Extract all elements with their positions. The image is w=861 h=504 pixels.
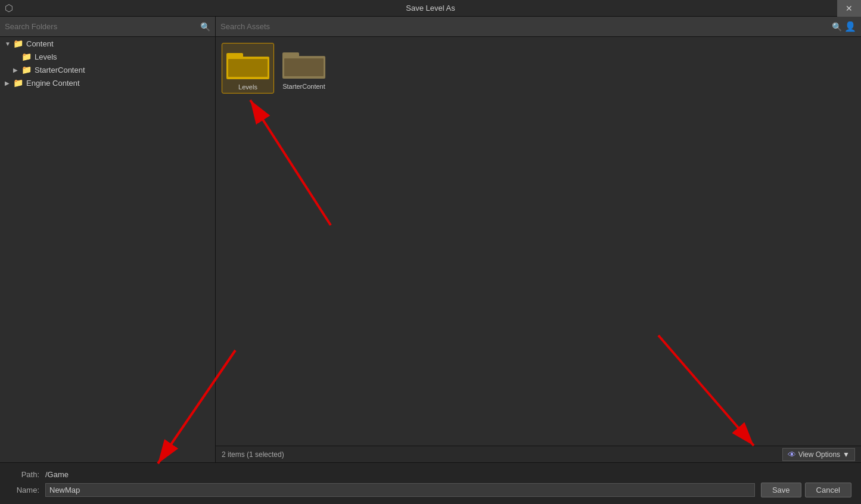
sidebar-label-levels: Levels — [35, 52, 57, 61]
asset-item-levels[interactable]: Levels — [222, 43, 274, 94]
app-logo: ⬡ — [5, 2, 13, 14]
chevron-down-icon: ▼ — [843, 450, 850, 459]
sidebar-item-startercontent[interactable]: ▶ 📁 StarterContent — [8, 63, 215, 76]
main-area: 🔍 🔍 👤 ▼ 📁 Content 📁 Levels ▶ — [0, 17, 861, 504]
path-row: Path: /Game — [10, 470, 851, 479]
svg-rect-5 — [284, 58, 324, 76]
expand-arrow-content: ▼ — [5, 41, 13, 47]
asset-area: Levels StarterContent 2 items ( — [216, 37, 861, 462]
body-row: ▼ 📁 Content 📁 Levels ▶ 📁 StarterContent … — [0, 37, 861, 462]
eye-icon: 👁 — [788, 450, 796, 459]
action-buttons: Save Cancel — [761, 483, 851, 497]
expand-arrow-enginecontent: ▶ — [5, 80, 13, 86]
folder-icon-levels: 📁 — [21, 52, 32, 61]
path-value: /Game — [45, 470, 69, 479]
item-count: 2 items (1 selected) — [222, 450, 284, 459]
asset-label-levels: Levels — [238, 83, 257, 91]
folder-search-icon: 🔍 — [200, 22, 210, 32]
status-bar: 2 items (1 selected) 👁 View Options ▼ — [216, 446, 861, 462]
view-options-label: View Options — [798, 450, 840, 459]
title-bar: ⬡ Save Level As ✕ — [0, 0, 861, 17]
cancel-button[interactable]: Cancel — [805, 483, 851, 497]
folder-icon-content: 📁 — [13, 39, 23, 48]
sidebar-item-levels[interactable]: 📁 Levels — [8, 50, 215, 63]
name-row: Name: Save Cancel — [10, 483, 851, 497]
search-row: 🔍 🔍 👤 — [0, 17, 861, 37]
asset-search-input[interactable] — [220, 22, 829, 31]
folder-tree: ▼ 📁 Content 📁 Levels ▶ 📁 StarterContent … — [0, 37, 216, 462]
asset-item-startercontent[interactable]: StarterContent — [278, 43, 330, 94]
path-label: Path: — [10, 470, 39, 479]
dialog-title: Save Level As — [406, 4, 455, 13]
asset-search-icon: 🔍 — [832, 22, 842, 32]
sidebar-item-enginecontent[interactable]: ▶ 📁 Engine Content — [0, 76, 215, 89]
asset-label-startercontent: StarterContent — [282, 83, 325, 90]
save-button[interactable]: Save — [761, 483, 801, 497]
folder-thumbnail-startercontent — [282, 45, 325, 81]
user-icon: 👤 — [844, 21, 856, 32]
folder-search-input[interactable] — [5, 22, 198, 31]
expand-arrow-startercontent: ▶ — [13, 67, 21, 73]
folder-icon-startercontent: 📁 — [21, 65, 32, 74]
sidebar-item-content[interactable]: ▼ 📁 Content — [0, 37, 215, 50]
svg-rect-2 — [228, 59, 268, 77]
sidebar-label-startercontent: StarterContent — [35, 66, 85, 74]
folder-icon-enginecontent: 📁 — [13, 78, 23, 88]
folder-search-container: 🔍 — [0, 17, 216, 36]
bottom-bar: Path: /Game Name: Save Cancel — [0, 462, 861, 504]
name-input[interactable] — [45, 483, 755, 497]
folder-thumbnail-levels — [226, 46, 269, 82]
close-button[interactable]: ✕ — [837, 0, 861, 17]
asset-grid: Levels StarterContent — [216, 37, 861, 446]
name-label: Name: — [10, 486, 39, 494]
sidebar-label-enginecontent: Engine Content — [26, 79, 80, 88]
view-options-button[interactable]: 👁 View Options ▼ — [782, 448, 855, 461]
asset-search-container: 🔍 👤 — [216, 17, 861, 36]
sidebar-label-content: Content — [26, 39, 54, 48]
